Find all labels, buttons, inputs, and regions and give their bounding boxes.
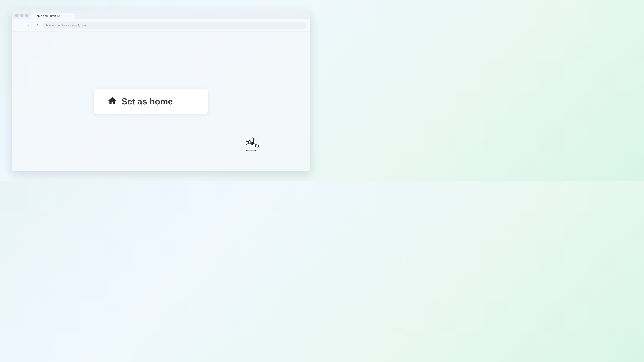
reload-icon: ↺ [36, 23, 38, 27]
back-icon: ← [17, 24, 20, 27]
svg-rect-5 [255, 144, 259, 147]
svg-rect-1 [254, 140, 256, 146]
action-label: Set as home [122, 96, 173, 106]
title-bar: Home and Furniture × [12, 10, 310, 19]
browser-tab[interactable]: Home and Furniture × [31, 13, 75, 19]
tab-title: Home and Furniture [34, 14, 68, 18]
address-bar[interactable]: homeandfurniture.myshopify.com [43, 22, 306, 29]
pointer-cursor [245, 137, 260, 154]
browser-window: Home and Furniture × ← → ↺ homeandfurnit… [12, 10, 310, 171]
window-controls [15, 14, 28, 19]
reload-button[interactable]: ↺ [34, 22, 40, 28]
forward-button[interactable]: → [25, 22, 31, 28]
svg-rect-0 [251, 138, 254, 145]
svg-rect-2 [248, 140, 251, 146]
browser-toolbar: ← → ↺ homeandfurniture.myshopify.com [12, 19, 310, 32]
window-control-2[interactable] [20, 14, 24, 17]
home-icon [107, 96, 118, 107]
address-text: homeandfurniture.myshopify.com [46, 24, 86, 27]
set-as-home-button[interactable]: Set as home [94, 89, 208, 114]
tab-close-icon[interactable]: × [70, 15, 72, 17]
window-control-3[interactable] [25, 14, 28, 17]
svg-rect-4 [246, 144, 256, 151]
forward-icon: → [26, 24, 30, 27]
back-button[interactable]: ← [16, 22, 22, 28]
svg-rect-3 [246, 141, 248, 146]
window-control-1[interactable] [15, 14, 18, 17]
content-area: Set as home [12, 32, 310, 171]
